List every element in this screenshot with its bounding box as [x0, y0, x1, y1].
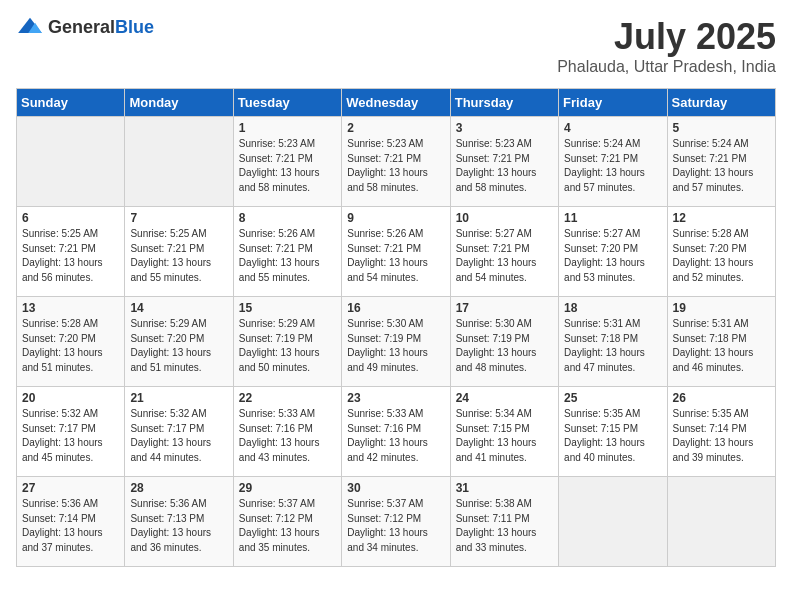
weekday-header-cell: Wednesday [342, 89, 450, 117]
cell-sun-info: Sunrise: 5:30 AMSunset: 7:19 PMDaylight:… [456, 317, 553, 375]
day-number: 24 [456, 391, 553, 405]
calendar-cell: 12Sunrise: 5:28 AMSunset: 7:20 PMDayligh… [667, 207, 775, 297]
day-number: 9 [347, 211, 444, 225]
cell-sun-info: Sunrise: 5:30 AMSunset: 7:19 PMDaylight:… [347, 317, 444, 375]
subtitle: Phalauda, Uttar Pradesh, India [557, 58, 776, 76]
calendar-body: 1Sunrise: 5:23 AMSunset: 7:21 PMDaylight… [17, 117, 776, 567]
calendar-table: SundayMondayTuesdayWednesdayThursdayFrid… [16, 88, 776, 567]
main-title: July 2025 [557, 16, 776, 58]
weekday-header-cell: Friday [559, 89, 667, 117]
calendar-cell: 4Sunrise: 5:24 AMSunset: 7:21 PMDaylight… [559, 117, 667, 207]
cell-sun-info: Sunrise: 5:32 AMSunset: 7:17 PMDaylight:… [130, 407, 227, 465]
day-number: 25 [564, 391, 661, 405]
weekday-header-cell: Monday [125, 89, 233, 117]
calendar-cell: 26Sunrise: 5:35 AMSunset: 7:14 PMDayligh… [667, 387, 775, 477]
cell-sun-info: Sunrise: 5:31 AMSunset: 7:18 PMDaylight:… [564, 317, 661, 375]
cell-sun-info: Sunrise: 5:35 AMSunset: 7:15 PMDaylight:… [564, 407, 661, 465]
calendar-cell: 21Sunrise: 5:32 AMSunset: 7:17 PMDayligh… [125, 387, 233, 477]
day-number: 14 [130, 301, 227, 315]
cell-sun-info: Sunrise: 5:25 AMSunset: 7:21 PMDaylight:… [130, 227, 227, 285]
weekday-header-cell: Thursday [450, 89, 558, 117]
cell-sun-info: Sunrise: 5:32 AMSunset: 7:17 PMDaylight:… [22, 407, 119, 465]
cell-sun-info: Sunrise: 5:38 AMSunset: 7:11 PMDaylight:… [456, 497, 553, 555]
calendar-cell: 19Sunrise: 5:31 AMSunset: 7:18 PMDayligh… [667, 297, 775, 387]
day-number: 22 [239, 391, 336, 405]
calendar-cell: 18Sunrise: 5:31 AMSunset: 7:18 PMDayligh… [559, 297, 667, 387]
logo-text: GeneralBlue [48, 17, 154, 38]
day-number: 1 [239, 121, 336, 135]
cell-sun-info: Sunrise: 5:31 AMSunset: 7:18 PMDaylight:… [673, 317, 770, 375]
calendar-cell [17, 117, 125, 207]
calendar-week-row: 1Sunrise: 5:23 AMSunset: 7:21 PMDaylight… [17, 117, 776, 207]
calendar-cell: 17Sunrise: 5:30 AMSunset: 7:19 PMDayligh… [450, 297, 558, 387]
cell-sun-info: Sunrise: 5:33 AMSunset: 7:16 PMDaylight:… [239, 407, 336, 465]
calendar-cell: 10Sunrise: 5:27 AMSunset: 7:21 PMDayligh… [450, 207, 558, 297]
cell-sun-info: Sunrise: 5:23 AMSunset: 7:21 PMDaylight:… [239, 137, 336, 195]
weekday-header-cell: Saturday [667, 89, 775, 117]
cell-sun-info: Sunrise: 5:26 AMSunset: 7:21 PMDaylight:… [347, 227, 444, 285]
calendar-cell: 30Sunrise: 5:37 AMSunset: 7:12 PMDayligh… [342, 477, 450, 567]
calendar-cell: 27Sunrise: 5:36 AMSunset: 7:14 PMDayligh… [17, 477, 125, 567]
day-number: 10 [456, 211, 553, 225]
day-number: 27 [22, 481, 119, 495]
day-number: 11 [564, 211, 661, 225]
day-number: 7 [130, 211, 227, 225]
cell-sun-info: Sunrise: 5:34 AMSunset: 7:15 PMDaylight:… [456, 407, 553, 465]
calendar-cell: 25Sunrise: 5:35 AMSunset: 7:15 PMDayligh… [559, 387, 667, 477]
calendar-cell: 13Sunrise: 5:28 AMSunset: 7:20 PMDayligh… [17, 297, 125, 387]
day-number: 26 [673, 391, 770, 405]
cell-sun-info: Sunrise: 5:23 AMSunset: 7:21 PMDaylight:… [456, 137, 553, 195]
cell-sun-info: Sunrise: 5:26 AMSunset: 7:21 PMDaylight:… [239, 227, 336, 285]
calendar-cell: 6Sunrise: 5:25 AMSunset: 7:21 PMDaylight… [17, 207, 125, 297]
cell-sun-info: Sunrise: 5:36 AMSunset: 7:14 PMDaylight:… [22, 497, 119, 555]
day-number: 12 [673, 211, 770, 225]
logo-blue: Blue [115, 17, 154, 37]
day-number: 2 [347, 121, 444, 135]
cell-sun-info: Sunrise: 5:28 AMSunset: 7:20 PMDaylight:… [22, 317, 119, 375]
cell-sun-info: Sunrise: 5:33 AMSunset: 7:16 PMDaylight:… [347, 407, 444, 465]
calendar-cell: 8Sunrise: 5:26 AMSunset: 7:21 PMDaylight… [233, 207, 341, 297]
calendar-cell: 22Sunrise: 5:33 AMSunset: 7:16 PMDayligh… [233, 387, 341, 477]
cell-sun-info: Sunrise: 5:27 AMSunset: 7:20 PMDaylight:… [564, 227, 661, 285]
logo-general: General [48, 17, 115, 37]
calendar-cell: 14Sunrise: 5:29 AMSunset: 7:20 PMDayligh… [125, 297, 233, 387]
cell-sun-info: Sunrise: 5:25 AMSunset: 7:21 PMDaylight:… [22, 227, 119, 285]
calendar-cell: 3Sunrise: 5:23 AMSunset: 7:21 PMDaylight… [450, 117, 558, 207]
calendar-cell: 9Sunrise: 5:26 AMSunset: 7:21 PMDaylight… [342, 207, 450, 297]
calendar-cell: 28Sunrise: 5:36 AMSunset: 7:13 PMDayligh… [125, 477, 233, 567]
weekday-header-cell: Tuesday [233, 89, 341, 117]
day-number: 15 [239, 301, 336, 315]
page-header: GeneralBlue July 2025 Phalauda, Uttar Pr… [16, 16, 776, 76]
calendar-cell: 11Sunrise: 5:27 AMSunset: 7:20 PMDayligh… [559, 207, 667, 297]
day-number: 20 [22, 391, 119, 405]
calendar-week-row: 6Sunrise: 5:25 AMSunset: 7:21 PMDaylight… [17, 207, 776, 297]
day-number: 21 [130, 391, 227, 405]
day-number: 13 [22, 301, 119, 315]
cell-sun-info: Sunrise: 5:35 AMSunset: 7:14 PMDaylight:… [673, 407, 770, 465]
title-block: July 2025 Phalauda, Uttar Pradesh, India [557, 16, 776, 76]
calendar-cell: 23Sunrise: 5:33 AMSunset: 7:16 PMDayligh… [342, 387, 450, 477]
calendar-cell: 16Sunrise: 5:30 AMSunset: 7:19 PMDayligh… [342, 297, 450, 387]
cell-sun-info: Sunrise: 5:37 AMSunset: 7:12 PMDaylight:… [347, 497, 444, 555]
cell-sun-info: Sunrise: 5:36 AMSunset: 7:13 PMDaylight:… [130, 497, 227, 555]
calendar-cell: 24Sunrise: 5:34 AMSunset: 7:15 PMDayligh… [450, 387, 558, 477]
cell-sun-info: Sunrise: 5:24 AMSunset: 7:21 PMDaylight:… [564, 137, 661, 195]
day-number: 30 [347, 481, 444, 495]
cell-sun-info: Sunrise: 5:27 AMSunset: 7:21 PMDaylight:… [456, 227, 553, 285]
day-number: 5 [673, 121, 770, 135]
calendar-cell: 7Sunrise: 5:25 AMSunset: 7:21 PMDaylight… [125, 207, 233, 297]
calendar-cell: 2Sunrise: 5:23 AMSunset: 7:21 PMDaylight… [342, 117, 450, 207]
cell-sun-info: Sunrise: 5:28 AMSunset: 7:20 PMDaylight:… [673, 227, 770, 285]
day-number: 17 [456, 301, 553, 315]
calendar-week-row: 27Sunrise: 5:36 AMSunset: 7:14 PMDayligh… [17, 477, 776, 567]
cell-sun-info: Sunrise: 5:23 AMSunset: 7:21 PMDaylight:… [347, 137, 444, 195]
calendar-cell: 31Sunrise: 5:38 AMSunset: 7:11 PMDayligh… [450, 477, 558, 567]
cell-sun-info: Sunrise: 5:29 AMSunset: 7:19 PMDaylight:… [239, 317, 336, 375]
day-number: 6 [22, 211, 119, 225]
day-number: 19 [673, 301, 770, 315]
calendar-cell [667, 477, 775, 567]
weekday-header-row: SundayMondayTuesdayWednesdayThursdayFrid… [17, 89, 776, 117]
day-number: 8 [239, 211, 336, 225]
cell-sun-info: Sunrise: 5:29 AMSunset: 7:20 PMDaylight:… [130, 317, 227, 375]
cell-sun-info: Sunrise: 5:24 AMSunset: 7:21 PMDaylight:… [673, 137, 770, 195]
